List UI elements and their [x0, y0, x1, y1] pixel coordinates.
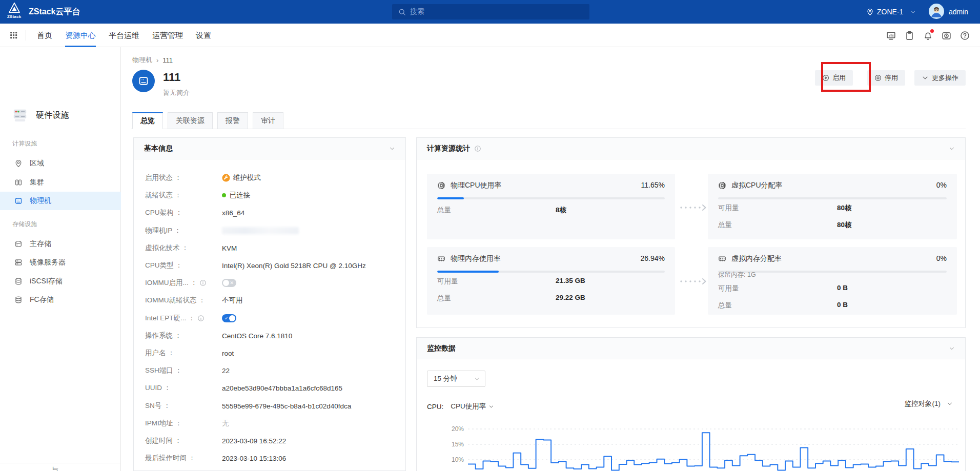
stat-title: 虚拟内存分配率 — [731, 254, 782, 263]
nav-item-2[interactable]: 平台运维 — [109, 24, 139, 47]
button-label: 停用 — [885, 73, 898, 83]
metric-select[interactable]: CPU使用率 — [451, 402, 494, 411]
nav-divider — [26, 30, 26, 40]
info-value: KVM — [222, 244, 237, 252]
sidebar-item-区域[interactable]: 区域 — [0, 154, 121, 173]
stat-card-物理CPU使用率: 物理CPU使用率11.65%总量8核 — [427, 174, 675, 239]
sidebar-item-物理机[interactable]: 物理机 — [0, 192, 121, 210]
snapshot-icon[interactable] — [942, 31, 951, 40]
clipboard-icon[interactable] — [905, 31, 914, 40]
breadcrumb-separator: › — [156, 56, 158, 64]
info-value: Intel(R) Xeon(R) Gold 5218R CPU @ 2.10GH… — [222, 262, 366, 270]
sidebar-item-FC存储[interactable]: FC存储 — [0, 291, 121, 309]
user-menu[interactable]: admin — [929, 0, 968, 24]
nav-item-0[interactable]: 首页 — [37, 24, 52, 47]
location-pin-icon — [866, 8, 874, 16]
info-row-IOMMU就绪状态: IOMMU就绪状态 ：不可用 — [145, 295, 243, 306]
stat-title: 物理内存使用率 — [451, 254, 501, 263]
info-label: 启用状态 ： — [145, 173, 222, 182]
info-label: IOMMU启用... ： — [145, 278, 222, 288]
time-range-select[interactable]: 15 分钟 — [427, 371, 485, 387]
svg-text:15%: 15% — [452, 441, 464, 448]
stat-title: 虚拟CPU分配率 — [731, 181, 783, 190]
collapse-chevron-icon[interactable] — [389, 146, 395, 152]
info-label: 虚拟化技术 ： — [145, 243, 222, 253]
username: admin — [949, 8, 968, 16]
toggle-switch-on[interactable]: ✓ — [222, 314, 236, 322]
tab-审计[interactable]: 审计 — [253, 112, 283, 129]
chevron-down-icon — [488, 404, 494, 409]
nav-item-3[interactable]: 运营管理 — [152, 24, 183, 47]
nav-menu: 首页资源中心平台运维运营管理设置 — [37, 24, 211, 47]
collapse-chevron-icon[interactable] — [949, 146, 955, 152]
info-label: 物理机IP ： — [145, 226, 222, 235]
help-icon[interactable] — [960, 31, 970, 40]
zstack-logo-icon — [8, 2, 21, 15]
更多操作-button[interactable]: 更多操作 — [914, 70, 966, 86]
info-row-CPU类型: CPU类型 ：Intel(R) Xeon(R) Gold 5218R CPU @… — [145, 260, 366, 271]
sidebar-section-label-1: 存储设施 — [12, 220, 37, 229]
tab-关联资源[interactable]: 关联资源 — [168, 112, 213, 129]
info-label: 最后操作时间 ： — [145, 454, 222, 463]
nav-item-4[interactable]: 设置 — [196, 24, 211, 47]
info-value: a20ebe53d90e47bbba1a1a6cfc68d165 — [222, 384, 342, 392]
stat-row-value: 0 B — [837, 284, 848, 292]
info-row-就绪状态: 就绪状态 ：已连接 — [145, 190, 251, 201]
zstack-logo[interactable]: ZStack — [7, 2, 21, 19]
host-icon — [138, 75, 149, 87]
info-value: 维护模式 — [233, 173, 261, 182]
redacted-value — [222, 227, 299, 234]
停用-button[interactable]: 停用 — [867, 70, 905, 86]
stat-percent: 11.65% — [641, 181, 665, 189]
zone-selector[interactable]: ZONE-1 — [866, 0, 916, 24]
stat-row-value: 21.35 GB — [556, 277, 585, 284]
info-row-虚拟化技术: 虚拟化技术 ：KVM — [145, 242, 237, 254]
toggle-switch-off[interactable]: ✕ — [222, 279, 236, 287]
cpu-icon — [718, 181, 726, 190]
info-label: IPMI地址 ： — [145, 419, 222, 428]
sidebar-item-镜像服务器[interactable]: 镜像服务器 — [0, 253, 121, 272]
monitor-objects-select[interactable]: 监控对象(1) — [905, 399, 953, 408]
monitor-title: 监控数据 — [427, 344, 456, 353]
sidebar-footer-partial-text: 与 — [51, 466, 58, 471]
sidebar-item-集群[interactable]: 集群 — [0, 173, 121, 192]
info-value: x86_64 — [222, 209, 244, 217]
stat-row-value: 80核 — [837, 220, 852, 230]
info-icon[interactable] — [199, 279, 207, 286]
cluster-icon — [14, 178, 23, 187]
breadcrumb-parent[interactable]: 物理机 — [132, 55, 152, 65]
info-value: CentOS Core 7.6.1810 — [222, 332, 292, 340]
启用-button[interactable]: 启用 — [815, 70, 853, 86]
hardware-facility-icon — [12, 108, 28, 123]
info-icon[interactable] — [474, 145, 481, 152]
tab-报警[interactable]: 报警 — [217, 112, 248, 129]
info-value: root — [222, 350, 234, 357]
breadcrumb-current: 111 — [162, 56, 173, 64]
compute-stats-title: 计算资源统计 — [427, 144, 470, 153]
stat-title: 物理CPU使用率 — [451, 181, 502, 190]
console-icon[interactable] — [886, 31, 896, 40]
notification-bell-icon[interactable] — [923, 31, 933, 40]
button-label: 更多操作 — [932, 73, 958, 83]
info-row-SSH端口: SSH端口 ：22 — [145, 365, 230, 376]
info-label: SN号 ： — [145, 401, 222, 411]
topbar: ZStack ZStack云平台 搜索 ZONE-1 admin — [0, 0, 980, 24]
sidebar-item-主存储[interactable]: 主存储 — [0, 235, 121, 253]
flow-arrow-icon — [679, 278, 707, 285]
nav-item-1[interactable]: 资源中心 — [65, 24, 96, 47]
svg-text:20%: 20% — [452, 425, 464, 433]
chevron-down-icon — [947, 401, 953, 407]
global-search-input[interactable]: 搜索 — [392, 4, 589, 19]
tab-总览[interactable]: 总览 — [132, 112, 163, 129]
sidebar: 硬件设施 计算设施区域集群物理机存储设施主存储镜像服务器iSCSI存储FC存储 … — [0, 47, 121, 471]
info-row-操作系统: 操作系统 ：CentOS Core 7.6.1810 — [145, 330, 292, 341]
info-icon[interactable] — [197, 315, 205, 322]
stat-row-value: 29.22 GB — [556, 294, 585, 301]
chevron-down-icon — [910, 9, 916, 15]
info-value: 55595e99-679e-495c-b8a4-b1c02d40fdca — [222, 402, 351, 410]
apps-grid-icon[interactable] — [9, 31, 18, 39]
sidebar-item-iSCSI存储[interactable]: iSCSI存储 — [0, 272, 121, 291]
info-value: 不可用 — [222, 296, 243, 305]
collapse-chevron-icon[interactable] — [949, 345, 955, 352]
connected-status-dot — [222, 193, 226, 197]
